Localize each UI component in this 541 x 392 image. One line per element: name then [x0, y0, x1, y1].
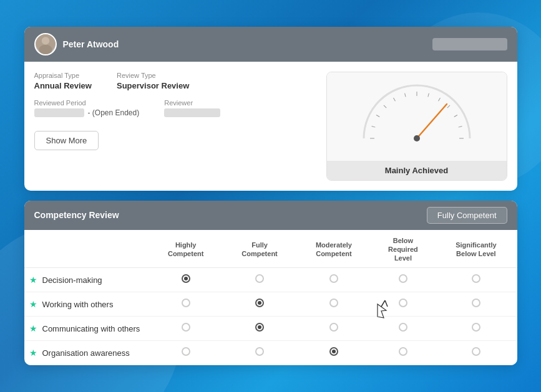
row-name-cell: ★ Organisation awareness — [24, 341, 149, 365]
col-header-moderately: ModeratelyCompetent — [296, 230, 371, 268]
radio-cell-3-0[interactable] — [149, 341, 223, 365]
table-row: ★ Organisation awareness — [24, 341, 517, 365]
radio-dot[interactable] — [329, 274, 338, 283]
svg-line-10 — [427, 93, 429, 97]
svg-line-14 — [458, 126, 462, 127]
competency-name: Communicating with others — [42, 324, 140, 333]
svg-line-16 — [417, 104, 447, 138]
avatar — [34, 33, 57, 55]
appraisal-type-item: Appraisal Type Annual Review — [34, 72, 92, 90]
radio-dot[interactable] — [182, 274, 190, 283]
radio-dot[interactable] — [255, 323, 264, 332]
radio-dot[interactable] — [329, 323, 338, 332]
main-container: Peter Atwood Appraisal Type Annual Revie… — [24, 27, 517, 366]
row-with-star: ★ Organisation awareness — [29, 348, 144, 358]
radio-dot[interactable] — [182, 299, 190, 307]
reviewer-bar — [164, 108, 220, 117]
table-row: ★ Decision-making — [24, 268, 517, 292]
radio-dot[interactable] — [399, 347, 407, 356]
radio-dot[interactable] — [255, 299, 264, 307]
header-right-bar — [432, 38, 507, 50]
radio-dot[interactable] — [329, 347, 338, 356]
radio-cell-2-1[interactable] — [223, 317, 296, 341]
svg-line-11 — [438, 98, 440, 101]
radio-cell-1-1[interactable] — [223, 292, 296, 317]
star-icon: ★ — [29, 348, 37, 358]
row-name-cell: ★ Communicating with others — [24, 317, 149, 341]
star-icon: ★ — [29, 299, 37, 309]
svg-line-4 — [371, 126, 375, 127]
svg-line-6 — [383, 105, 386, 108]
radio-dot[interactable] — [182, 323, 190, 332]
gauge-label: Mainly Achieved — [327, 161, 507, 180]
radio-dot[interactable] — [399, 299, 407, 307]
radio-dot[interactable] — [472, 347, 480, 356]
radio-dot[interactable] — [399, 323, 407, 332]
review-type-item: Review Type Supervisor Review — [117, 72, 189, 90]
review-type-value: Supervisor Review — [117, 81, 189, 90]
bottom-card-header: Competency Review Fully Competent — [24, 201, 517, 230]
radio-dot[interactable] — [472, 323, 480, 332]
reviewed-period-label: Reviewed Period — [34, 99, 140, 107]
radio-cell-3-1[interactable] — [223, 341, 296, 365]
reviewed-period-item: Reviewed Period - (Open Ended) — [34, 99, 140, 120]
top-card: Peter Atwood Appraisal Type Annual Revie… — [24, 27, 517, 191]
radio-dot[interactable] — [399, 274, 407, 283]
table-header-row: HighlyCompetent FullyCompetent Moderatel… — [24, 230, 517, 268]
radio-dot[interactable] — [255, 347, 264, 356]
svg-line-7 — [393, 98, 395, 101]
row-with-star: ★ Working with others — [29, 299, 144, 309]
radio-cell-2-2[interactable] — [296, 317, 371, 341]
competent-badge: Fully Competent — [427, 207, 507, 224]
radio-cell-1-3[interactable] — [371, 292, 436, 317]
col-header-fully: FullyCompetent — [223, 230, 296, 268]
svg-line-12 — [447, 105, 449, 108]
radio-cell-3-3[interactable] — [371, 341, 436, 365]
radio-cell-1-4[interactable] — [435, 292, 517, 317]
svg-point-2 — [39, 44, 52, 54]
show-more-button[interactable]: Show More — [34, 131, 99, 150]
star-icon: ★ — [29, 323, 37, 333]
review-type-label: Review Type — [117, 72, 189, 79]
radio-cell-2-3[interactable] — [371, 317, 436, 341]
svg-point-17 — [414, 135, 420, 141]
svg-line-5 — [376, 115, 379, 117]
reviewer-item: Reviewer — [164, 99, 220, 120]
radio-cell-0-1[interactable] — [223, 268, 296, 292]
svg-line-8 — [404, 93, 406, 97]
radio-dot[interactable] — [472, 299, 480, 307]
table-row: ★ Communicating with others — [24, 317, 517, 341]
radio-cell-0-3[interactable] — [371, 268, 436, 292]
radio-cell-1-0[interactable] — [149, 292, 223, 317]
user-name: Peter Atwood — [63, 39, 119, 49]
col-header-highly: HighlyCompetent — [149, 230, 223, 268]
bottom-card: Competency Review Fully Competent Highly… — [24, 201, 517, 366]
radio-cell-0-2[interactable] — [296, 268, 371, 292]
row-name-cell: ★ Decision-making — [24, 268, 149, 292]
info-row-1: Appraisal Type Annual Review Review Type… — [34, 72, 316, 90]
info-row-2: Reviewed Period - (Open Ended) Reviewer — [34, 99, 316, 120]
radio-cell-2-4[interactable] — [435, 317, 517, 341]
reviewed-period-suffix: - (Open Ended) — [88, 108, 140, 117]
radio-dot[interactable] — [329, 299, 338, 307]
info-section: Appraisal Type Annual Review Review Type… — [34, 72, 316, 181]
radio-cell-1-2[interactable] — [296, 292, 371, 317]
radio-cell-2-0[interactable] — [149, 317, 223, 341]
appraisal-type-label: Appraisal Type — [34, 72, 92, 79]
radio-cell-3-2[interactable] — [296, 341, 371, 365]
row-name-cell: ★ Working with others — [24, 292, 149, 317]
radio-cell-3-4[interactable] — [435, 341, 517, 365]
table-row: ★ Working with others — [24, 292, 517, 317]
radio-dot[interactable] — [182, 347, 190, 356]
reviewed-period-bar — [34, 108, 84, 117]
radio-cell-0-0[interactable] — [149, 268, 223, 292]
gauge-section: Mainly Achieved — [326, 72, 507, 181]
user-info: Peter Atwood — [34, 33, 119, 55]
col-header-name — [24, 230, 149, 268]
radio-dot[interactable] — [472, 274, 480, 283]
radio-cell-0-4[interactable] — [435, 268, 517, 292]
svg-point-1 — [41, 37, 49, 44]
competency-table: HighlyCompetent FullyCompetent Moderatel… — [24, 230, 517, 366]
section-title: Competency Review — [34, 210, 119, 220]
radio-dot[interactable] — [255, 274, 264, 283]
